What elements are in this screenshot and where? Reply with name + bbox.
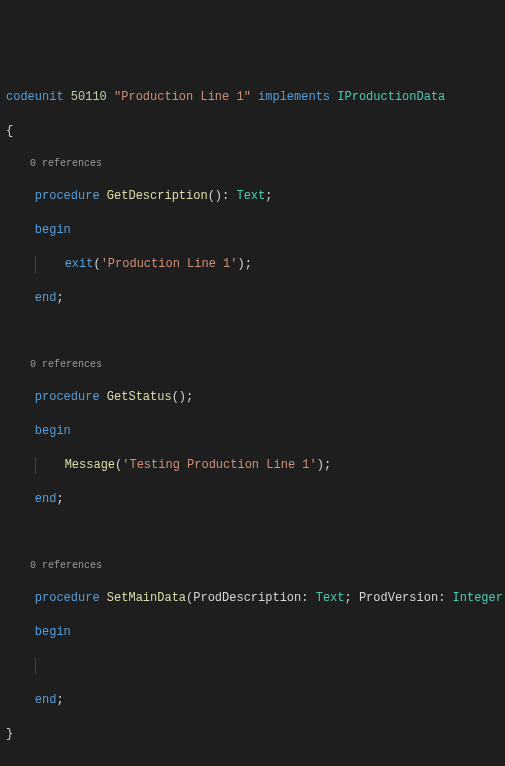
codelens[interactable]: 0 references (6, 559, 499, 573)
codelens-text[interactable]: 0 references (30, 158, 102, 169)
keyword-begin: begin (35, 625, 71, 639)
codelens[interactable]: 0 references (6, 358, 499, 372)
keyword-codeunit: codeunit (6, 90, 64, 104)
code-line[interactable]: } (6, 726, 499, 743)
code-line[interactable]: end; (6, 692, 499, 709)
string-literal: 'Production Line 1' (101, 257, 238, 271)
keyword-begin: begin (35, 223, 71, 237)
keyword-end: end (35, 693, 57, 707)
code-editor[interactable]: codeunit 50110 "Production Line 1" imple… (6, 72, 499, 766)
code-line[interactable]: procedure GetDescription(): Text; (6, 188, 499, 205)
codeunit-name: "Production Line 1" (114, 90, 251, 104)
code-line[interactable]: end; (6, 290, 499, 307)
return-type: Text (236, 189, 265, 203)
blank-line[interactable] (6, 525, 499, 542)
keyword-procedure: procedure (35, 390, 100, 404)
proc-name: GetDescription (107, 189, 208, 203)
code-line[interactable]: { (6, 123, 499, 140)
param-type: Text (316, 591, 345, 605)
blank-line[interactable] (6, 658, 499, 675)
code-line[interactable]: procedure SetMainData(ProdDescription: T… (6, 590, 499, 607)
param-name: ProdVersion (359, 591, 438, 605)
codelens[interactable]: 0 references (6, 157, 499, 171)
blank-line[interactable] (6, 324, 499, 341)
proc-name: SetMainData (107, 591, 186, 605)
interface: IProductionData (337, 90, 445, 104)
code-line[interactable]: begin (6, 222, 499, 239)
code-line[interactable]: end; (6, 491, 499, 508)
code-line[interactable]: Message('Testing Production Line 1'); (6, 457, 499, 474)
codelens-text[interactable]: 0 references (30, 359, 102, 370)
param-type: Integer (453, 591, 503, 605)
codelens-text[interactable]: 0 references (30, 560, 102, 571)
keyword-procedure: procedure (35, 189, 100, 203)
keyword-procedure: procedure (35, 591, 100, 605)
code-line[interactable]: exit('Production Line 1'); (6, 256, 499, 273)
code-line[interactable]: begin (6, 624, 499, 641)
param-name: ProdDescription (193, 591, 301, 605)
string-literal: 'Testing Production Line 1' (122, 458, 316, 472)
blank-line[interactable] (6, 760, 499, 766)
codeunit-id: 50110 (71, 90, 107, 104)
message-fn: Message (65, 458, 115, 472)
code-line[interactable]: codeunit 50110 "Production Line 1" imple… (6, 89, 499, 106)
code-line[interactable]: begin (6, 423, 499, 440)
keyword-end: end (35, 291, 57, 305)
keyword-begin: begin (35, 424, 71, 438)
code-line[interactable]: procedure GetStatus(); (6, 389, 499, 406)
keyword-exit: exit (65, 257, 94, 271)
keyword-implements: implements (258, 90, 330, 104)
proc-name: GetStatus (107, 390, 172, 404)
keyword-end: end (35, 492, 57, 506)
